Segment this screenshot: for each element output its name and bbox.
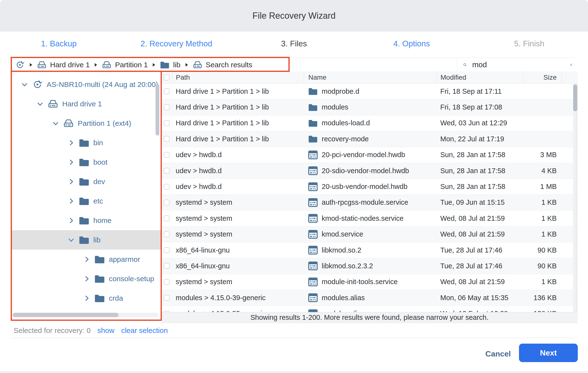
- row-path: udev > hwdb.d: [172, 167, 304, 175]
- tree-vertical-scrollbar[interactable]: [156, 84, 159, 135]
- cancel-button[interactable]: Cancel: [475, 347, 521, 360]
- breadcrumb-item-partition-1[interactable]: Partition 1: [102, 61, 148, 69]
- table-row[interactable]: udev > hwdb.d20-sdio-vendor-model.hwdbSu…: [161, 163, 578, 179]
- row-checkbox[interactable]: [164, 120, 170, 126]
- clear-selection-link[interactable]: clear selection: [121, 326, 168, 335]
- row-checkbox[interactable]: [164, 152, 170, 158]
- chevron-right-icon[interactable]: [68, 217, 75, 224]
- folder-icon: [94, 274, 105, 284]
- row-checkbox[interactable]: [164, 247, 170, 253]
- row-checkbox[interactable]: [164, 88, 170, 94]
- table-row[interactable]: Hard drive 1 > Partition 1 > libmodules-…: [161, 115, 578, 131]
- tree-item-home[interactable]: home: [11, 211, 161, 230]
- tree-item-partition-1-ext4[interactable]: Partition 1 (ext4): [11, 114, 161, 133]
- chevron-right-icon[interactable]: [83, 275, 90, 282]
- table-row[interactable]: Hard drive 1 > Partition 1 > librecovery…: [161, 131, 578, 147]
- table-vertical-scrollbar[interactable]: [573, 84, 577, 111]
- table-row[interactable]: systemd > systemkmod.serviceWed, 08 Jul …: [161, 227, 578, 242]
- row-modified: Tue, 09 Jun at 15:15: [437, 198, 523, 207]
- tree-item-label: AS-NBR10-multi (24 Aug at 20:00): [47, 80, 158, 89]
- breadcrumb-item-search-results[interactable]: Search results: [193, 61, 252, 69]
- column-header-modified[interactable]: Modified: [437, 71, 523, 83]
- table-row[interactable]: Hard drive 1 > Partition 1 > libmodulesF…: [161, 99, 578, 115]
- folder-icon: [308, 134, 318, 144]
- search-input[interactable]: [472, 60, 569, 70]
- row-checkbox[interactable]: [164, 215, 170, 221]
- table-row[interactable]: udev > hwdb.d20-usb-vendor-model.hwdbSun…: [161, 179, 578, 195]
- tree-item-label: bin: [93, 139, 103, 147]
- row-path: Hard drive 1 > Partition 1 > lib: [172, 135, 304, 143]
- row-checkbox[interactable]: [164, 136, 170, 142]
- chevron-down-icon[interactable]: [52, 120, 59, 127]
- chevron-down-icon[interactable]: [68, 236, 75, 244]
- tree-item-crda[interactable]: crda: [11, 289, 161, 308]
- step-4-options[interactable]: 4. Options: [353, 39, 470, 48]
- row-checkbox[interactable]: [164, 295, 170, 301]
- row-checkbox[interactable]: [164, 200, 170, 206]
- search-box[interactable]: [457, 58, 578, 72]
- row-path: systemd > system: [172, 198, 304, 207]
- search-results-table: Path Name Modified Size Hard drive 1 > P…: [161, 71, 578, 312]
- show-link[interactable]: show: [97, 326, 115, 335]
- tree-item-label: apparmor: [109, 255, 140, 263]
- next-button[interactable]: Next: [519, 344, 578, 362]
- chevron-right-icon[interactable]: [83, 295, 90, 302]
- table-row[interactable]: systemd > systemmodule-init-tools.servic…: [161, 274, 578, 290]
- row-checkbox[interactable]: [164, 231, 170, 237]
- chevron-right-icon[interactable]: [68, 139, 75, 146]
- chevron-down-icon[interactable]: [21, 81, 28, 88]
- chevron-down-icon[interactable]: [36, 100, 44, 108]
- tree-item-boot[interactable]: boot: [11, 153, 161, 172]
- column-header-size[interactable]: Size: [523, 71, 562, 83]
- row-size: 1 MB: [523, 183, 562, 191]
- table-row[interactable]: udev > hwdb.d20-pci-vendor-model.hwdbSun…: [161, 147, 578, 163]
- tree-item-dev[interactable]: dev: [11, 172, 161, 191]
- row-checkbox[interactable]: [164, 279, 170, 285]
- step-1-backup[interactable]: 1. Backup: [0, 39, 118, 48]
- table-row[interactable]: modules > 4.15.0-39-genericmodules.alias…: [161, 290, 578, 306]
- tree-item-bin[interactable]: bin: [11, 133, 161, 153]
- tree-item-console-setup[interactable]: console-setup: [11, 269, 161, 289]
- chevron-right-icon[interactable]: [83, 256, 90, 263]
- column-header-name[interactable]: Name: [304, 71, 437, 83]
- row-size: 1 KB: [523, 230, 562, 238]
- tree-item-as-nbr10-multi-24-aug-at-20-00[interactable]: AS-NBR10-multi (24 Aug at 20:00): [11, 75, 161, 94]
- chevron-right-icon[interactable]: [68, 178, 75, 185]
- tree-item-apparmor[interactable]: apparmor: [11, 250, 161, 269]
- row-modified: Wed, 03 Jun at 12:29: [437, 119, 523, 127]
- table-row[interactable]: systemd > systemauth-rpcgss-module.servi…: [161, 195, 578, 210]
- row-checkbox[interactable]: [164, 263, 170, 269]
- row-checkbox[interactable]: [164, 104, 170, 110]
- row-path: Hard drive 1 > Partition 1 > lib: [172, 103, 304, 111]
- tree-item-label: crda: [109, 294, 123, 302]
- column-header-path[interactable]: Path: [172, 71, 304, 83]
- folder-icon: [94, 293, 105, 303]
- row-path: Hard drive 1 > Partition 1 > lib: [172, 119, 304, 127]
- row-checkbox[interactable]: [164, 184, 170, 190]
- breadcrumb-item-lib[interactable]: lib: [160, 61, 180, 69]
- row-size: 1 KB: [523, 214, 562, 222]
- tree-item-lib[interactable]: lib: [11, 230, 161, 250]
- table-row[interactable]: x86_64-linux-gnulibkmod.so.2.3.2Tue, 28 …: [161, 258, 578, 274]
- table-row[interactable]: x86_64-linux-gnulibkmod.so.2Tue, 28 Jul …: [161, 242, 578, 258]
- chevron-right-icon[interactable]: [68, 197, 75, 205]
- close-icon[interactable]: [569, 61, 573, 69]
- table-row[interactable]: systemd > systemkmod-static-nodes.servic…: [161, 210, 578, 226]
- tree-horizontal-scrollbar[interactable]: [13, 313, 119, 317]
- chevron-right-icon[interactable]: [68, 159, 75, 166]
- table-row[interactable]: Hard drive 1 > Partition 1 > libmodprobe…: [161, 83, 578, 99]
- file-icon: [308, 309, 318, 312]
- step-2-recovery-method[interactable]: 2. Recovery Method: [118, 39, 235, 48]
- selected-for-recovery-label: Selected for recovery: 0: [14, 326, 91, 335]
- select-all-checkbox[interactable]: [164, 74, 170, 80]
- table-row[interactable]: modules > 4.15.0-55-genericmodules.alias…: [161, 306, 578, 312]
- tree-item-etc[interactable]: etc: [11, 191, 161, 211]
- breadcrumb-item-root[interactable]: [15, 61, 25, 69]
- tree-item-hard-drive-1[interactable]: Hard drive 1: [11, 94, 161, 114]
- breadcrumb-item-hard-drive-1[interactable]: Hard drive 1: [37, 61, 90, 69]
- tree-item-label: lib: [93, 236, 101, 244]
- row-modified: Fri, 18 Sep at 17:11: [437, 87, 523, 95]
- row-checkbox[interactable]: [164, 168, 170, 174]
- row-modified: Mon, 22 Jul at 17:19: [437, 135, 523, 143]
- row-modified: Sun, 28 Jan at 17:58: [437, 183, 523, 191]
